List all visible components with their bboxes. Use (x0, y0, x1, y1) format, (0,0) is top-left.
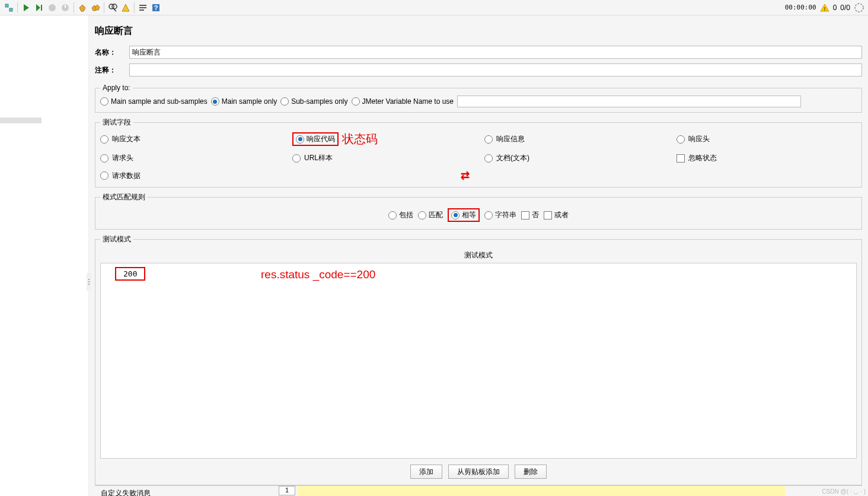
comment-input[interactable] (129, 63, 862, 77)
function-helper-icon[interactable] (136, 1, 149, 14)
radio-substring[interactable]: 字符串 (484, 210, 516, 220)
clear-all-icon[interactable] (89, 1, 102, 14)
reset-search-icon[interactable] (119, 1, 132, 14)
content-panel: 响应断言 名称： 注释： Apply to: Main sample and s… (89, 15, 868, 496)
start-no-pause-icon[interactable] (33, 1, 46, 14)
test-field-legend: 测试字段 (100, 117, 133, 128)
checkbox-not[interactable]: 否 (521, 210, 539, 220)
svg-rect-1 (9, 8, 12, 11)
svg-rect-0 (5, 4, 8, 7)
timer: 00:00:00 (785, 4, 816, 11)
footer-bar: 1 CSDN @( · ◡ · ) (89, 485, 868, 496)
tree-panel (0, 15, 89, 496)
svg-text:!: ! (824, 6, 825, 12)
svg-rect-5 (65, 5, 66, 8)
status-code-annotation: 状态码 (342, 131, 378, 147)
red-arrows-annotation: ⇄ (461, 169, 665, 182)
comment-label: 注释： (95, 65, 125, 75)
radio-response-code[interactable]: 响应代码 (292, 132, 339, 146)
tree-selection-indicator (0, 117, 42, 123)
toolbar-right: 00:00:00 ! 0 0/0 (785, 2, 864, 13)
svg-text:?: ? (154, 4, 158, 11)
separator (17, 2, 18, 13)
svg-rect-10 (139, 7, 146, 8)
radio-contains[interactable]: 包括 (388, 210, 413, 220)
radio-request-data[interactable]: 请求数据 (100, 169, 280, 182)
checkbox-or[interactable]: 或者 (544, 210, 569, 220)
name-input[interactable] (129, 46, 862, 59)
svg-rect-2 (41, 5, 42, 11)
comment-row: 注释： (89, 61, 868, 79)
templates-icon[interactable] (2, 1, 15, 14)
clear-icon[interactable] (76, 1, 89, 14)
radio-main-only[interactable]: Main sample only (211, 97, 277, 106)
footer-yellow-bar (298, 486, 785, 495)
help-icon[interactable]: ? (149, 1, 162, 14)
watermark: CSDN @( · ◡ · ) (822, 488, 866, 495)
pattern-table-body[interactable]: 200 res.status _code==200 (100, 263, 857, 459)
match-rule-legend: 模式匹配规则 (100, 192, 148, 202)
checkbox-ignore-status[interactable]: 忽略状态 (676, 153, 857, 163)
shutdown-icon[interactable] (59, 1, 72, 14)
match-rule-options: 包括 匹配 相等 字符串 否 或者 (100, 206, 857, 224)
main-area: 响应断言 名称： 注释： Apply to: Main sample and s… (0, 15, 868, 496)
gc-icon[interactable] (854, 2, 864, 13)
pattern-table-header: 测试模式 (100, 248, 857, 263)
radio-response-text[interactable]: 响应文本 (100, 131, 280, 147)
separator (134, 2, 135, 13)
add-button[interactable]: 添加 (410, 465, 442, 479)
svg-rect-11 (139, 9, 144, 11)
svg-point-3 (49, 4, 56, 11)
delete-button[interactable]: 删除 (515, 465, 547, 479)
apply-to-options: Main sample and sub-samples Main sample … (100, 96, 857, 107)
toolbar: ? 00:00:00 ! 0 0/0 (0, 0, 868, 15)
radio-jmeter-var[interactable]: JMeter Variable Name to use (352, 97, 454, 106)
separator (104, 2, 104, 13)
test-field-grid: 响应文本 响应代码 状态码 响应信息 响应头 请求头 URL样本 文档(文本) … (100, 131, 857, 182)
warning-icon[interactable]: ! (820, 3, 829, 12)
apply-to-legend: Apply to: (100, 84, 133, 92)
separator (74, 2, 74, 13)
warning-count: 0 (833, 4, 837, 12)
search-icon[interactable] (106, 1, 119, 14)
radio-main-and-sub[interactable]: Main sample and sub-samples (100, 97, 208, 106)
splitter-handle[interactable] (87, 273, 91, 291)
radio-document[interactable]: 文档(文本) (484, 153, 665, 163)
stop-icon[interactable] (46, 1, 59, 14)
apply-to-fieldset: Apply to: Main sample and sub-samples Ma… (95, 84, 862, 113)
radio-sub-only[interactable]: Sub-samples only (280, 97, 347, 106)
variable-name-input[interactable] (457, 96, 801, 107)
test-pattern-legend: 测试模式 (100, 234, 133, 244)
match-rule-fieldset: 模式匹配规则 包括 匹配 相等 字符串 否 或者 (95, 192, 862, 230)
svg-point-8 (112, 4, 117, 9)
radio-response-code-cell: 响应代码 状态码 (292, 131, 473, 147)
pattern-annotation: res.status _code==200 (261, 268, 375, 281)
start-icon[interactable] (20, 1, 33, 14)
test-field-fieldset: 测试字段 响应文本 响应代码 状态码 响应信息 响应头 请求头 URL样本 文档… (95, 117, 862, 187)
radio-response-message[interactable]: 响应信息 (484, 131, 665, 147)
radio-response-headers[interactable]: 响应头 (676, 131, 857, 147)
svg-point-15 (855, 4, 863, 12)
name-label: 名称： (95, 47, 125, 58)
radio-matches[interactable]: 匹配 (418, 210, 443, 220)
radio-request-headers[interactable]: 请求头 (100, 153, 280, 163)
thread-count: 0/0 (840, 4, 850, 12)
pattern-value: 200 (115, 267, 145, 281)
test-pattern-fieldset: 测试模式 测试模式 200 res.status _code==200 添加 从… (95, 234, 862, 485)
svg-rect-9 (139, 5, 146, 6)
pattern-row-0[interactable]: 200 (115, 267, 145, 281)
pattern-buttons: 添加 从剪贴板添加 删除 (100, 459, 857, 485)
toolbar-left: ? (2, 1, 162, 14)
add-from-clipboard-button[interactable]: 从剪贴板添加 (448, 465, 509, 479)
name-row: 名称： (89, 43, 868, 61)
panel-title: 响应断言 (89, 15, 868, 43)
footer-page-number: 1 (279, 486, 295, 495)
radio-equals[interactable]: 相等 (448, 208, 480, 222)
radio-url-sampled[interactable]: URL样本 (292, 153, 473, 163)
